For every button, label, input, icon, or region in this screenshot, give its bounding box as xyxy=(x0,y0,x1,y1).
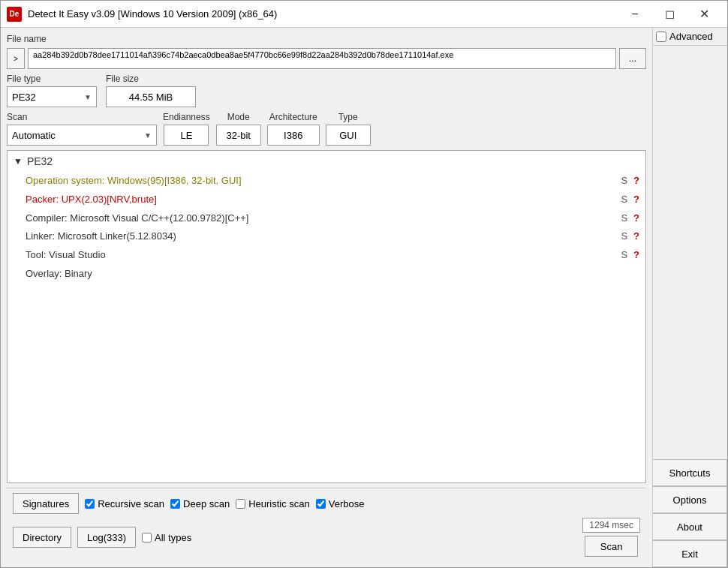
dropdown-arrow-icon: ▼ xyxy=(84,93,92,101)
about-button[interactable]: About xyxy=(653,513,727,540)
file-type-group: File type PE32 ▼ xyxy=(7,74,97,107)
result-q-button[interactable]: ? xyxy=(633,211,639,227)
results-list: Operation system: Windows(95)[I386, 32-b… xyxy=(14,172,639,284)
bottom-bar: Signatures Recursive scan Deep scan Heur… xyxy=(7,488,646,561)
result-text: Compiler: Microsoft Visual C/C++(12.00.9… xyxy=(26,211,248,227)
result-s-button[interactable]: S xyxy=(621,192,627,208)
result-s-button[interactable]: S xyxy=(621,229,627,245)
result-text: Overlay: Binary xyxy=(26,266,92,282)
window-controls: − ◻ ✕ xyxy=(618,1,721,28)
scan-button[interactable]: Scan xyxy=(585,536,639,557)
architecture-value: I386 xyxy=(267,125,320,146)
result-s-button[interactable]: S xyxy=(621,173,627,189)
scan-btn-area: 1294 msec Scan xyxy=(582,518,640,557)
left-panel: File name > aa284b392d0b78dee1711014af\3… xyxy=(1,28,652,567)
close-button[interactable]: ✕ xyxy=(687,1,721,28)
recursive-scan-checkbox[interactable] xyxy=(85,499,95,509)
app-icon: De xyxy=(7,7,22,22)
recursive-scan-checkbox-label[interactable]: Recursive scan xyxy=(85,498,164,509)
result-item: Compiler: Microsoft Visual C/C++(12.00.9… xyxy=(14,209,639,228)
endianness-group: Endianness LE xyxy=(163,112,210,146)
type-group: Type GUI xyxy=(326,112,371,146)
heuristic-scan-checkbox[interactable] xyxy=(236,499,245,509)
mode-label: Mode xyxy=(227,112,250,122)
right-panel: Advanced Shortcuts Options About Exit xyxy=(652,28,727,567)
result-item: Overlay: Binary xyxy=(14,265,639,284)
result-text: Linker: Microsoft Linker(5.12.8034) xyxy=(26,229,176,245)
file-type-select[interactable]: PE32 ▼ xyxy=(7,86,97,107)
all-types-checkbox[interactable] xyxy=(142,533,152,542)
file-name-label: File name xyxy=(7,34,646,44)
signatures-button[interactable]: Signatures xyxy=(13,493,79,514)
file-size-label: File size xyxy=(106,74,196,84)
bottom-row-1: Signatures Recursive scan Deep scan Heur… xyxy=(13,493,640,514)
window-title: Detect It Easy v3.09 [Windows 10 Version… xyxy=(28,8,618,20)
all-types-checkbox-label[interactable]: All types xyxy=(142,532,191,543)
architecture-label: Architecture xyxy=(269,112,317,122)
deep-scan-checkbox[interactable] xyxy=(170,499,180,509)
result-text: Tool: Visual Studio xyxy=(26,248,106,263)
bottom-row-2: Directory Log(333) All types 1294 msec S… xyxy=(13,518,640,557)
file-name-section: File name > aa284b392d0b78dee1711014af\3… xyxy=(7,34,646,69)
exit-button[interactable]: Exit xyxy=(653,540,727,567)
result-item: Packer: UPX(2.03)[NRV,brute]S? xyxy=(14,191,639,209)
file-type-label: File type xyxy=(7,74,97,84)
deep-scan-checkbox-label[interactable]: Deep scan xyxy=(170,498,230,509)
file-path-input[interactable]: aa284b392d0b78dee1711014af\396c74b2aeca0… xyxy=(28,48,616,69)
mode-group: Mode 32-bit xyxy=(216,112,261,146)
file-size-group: File size 44.55 MiB xyxy=(106,74,196,107)
result-q-button[interactable]: ? xyxy=(633,248,639,263)
result-q-button[interactable]: ? xyxy=(633,173,639,189)
result-actions: S? xyxy=(621,211,639,227)
result-actions: S? xyxy=(621,192,639,208)
browse-button[interactable]: ... xyxy=(619,48,646,69)
advanced-checkbox[interactable] xyxy=(656,32,666,42)
maximize-button[interactable]: ◻ xyxy=(652,1,687,28)
shortcuts-button[interactable]: Shortcuts xyxy=(653,459,727,486)
advanced-section: Advanced xyxy=(653,28,727,46)
result-actions: S? xyxy=(621,248,639,263)
scan-status: 1294 msec xyxy=(582,518,640,533)
result-text: Operation system: Windows(95)[I386, 32-b… xyxy=(26,173,242,189)
result-text: Packer: UPX(2.03)[NRV,brute] xyxy=(26,192,157,208)
pe32-arrow-icon: ▼ xyxy=(14,156,23,167)
endianness-label: Endianness xyxy=(163,112,210,122)
result-s-button[interactable]: S xyxy=(621,211,627,227)
result-q-button[interactable]: ? xyxy=(633,192,639,208)
results-area: ▼ PE32 Operation system: Windows(95)[I38… xyxy=(7,150,646,483)
result-item: Tool: Visual StudioS? xyxy=(14,246,639,265)
heuristic-scan-checkbox-label[interactable]: Heuristic scan xyxy=(236,498,310,509)
result-actions: S? xyxy=(621,229,639,245)
pe32-label: PE32 xyxy=(27,155,53,167)
file-size-value: 44.55 MiB xyxy=(106,86,196,107)
result-q-button[interactable]: ? xyxy=(633,229,639,245)
type-value: GUI xyxy=(326,125,371,146)
result-item: Linker: Microsoft Linker(5.12.8034)S? xyxy=(14,227,639,246)
right-panel-spacer xyxy=(653,46,727,459)
result-s-button[interactable]: S xyxy=(621,248,627,263)
pe32-header: ▼ PE32 xyxy=(14,155,639,167)
file-meta-row: File type PE32 ▼ File size 44.55 MiB xyxy=(7,74,646,107)
options-button[interactable]: Options xyxy=(653,486,727,513)
file-name-row: > aa284b392d0b78dee1711014af\396c74b2aec… xyxy=(7,48,646,69)
directory-button[interactable]: Directory xyxy=(13,527,71,548)
scan-label: Scan xyxy=(7,112,157,122)
mode-value: 32-bit xyxy=(216,125,261,146)
type-label: Type xyxy=(338,112,358,122)
advanced-label: Advanced xyxy=(669,31,713,42)
log-button[interactable]: Log(333) xyxy=(77,527,136,548)
architecture-group: Architecture I386 xyxy=(267,112,320,146)
scan-dropdown-arrow-icon: ▼ xyxy=(144,131,152,140)
main-content: File name > aa284b392d0b78dee1711014af\3… xyxy=(1,28,727,567)
verbose-checkbox-label[interactable]: Verbose xyxy=(316,498,365,509)
minimize-button[interactable]: − xyxy=(618,1,652,28)
scan-row: Scan Automatic ▼ Endianness LE Mode 32-b… xyxy=(7,112,646,146)
endianness-value: LE xyxy=(164,125,209,146)
verbose-checkbox[interactable] xyxy=(316,499,326,509)
scan-info-cols: Endianness LE Mode 32-bit Architecture I… xyxy=(163,112,371,146)
nav-button[interactable]: > xyxy=(7,48,25,69)
main-window: De Detect It Easy v3.09 [Windows 10 Vers… xyxy=(0,0,728,568)
scan-select[interactable]: Automatic ▼ xyxy=(7,125,157,146)
title-bar: De Detect It Easy v3.09 [Windows 10 Vers… xyxy=(1,1,727,28)
scan-group: Scan Automatic ▼ xyxy=(7,112,157,146)
